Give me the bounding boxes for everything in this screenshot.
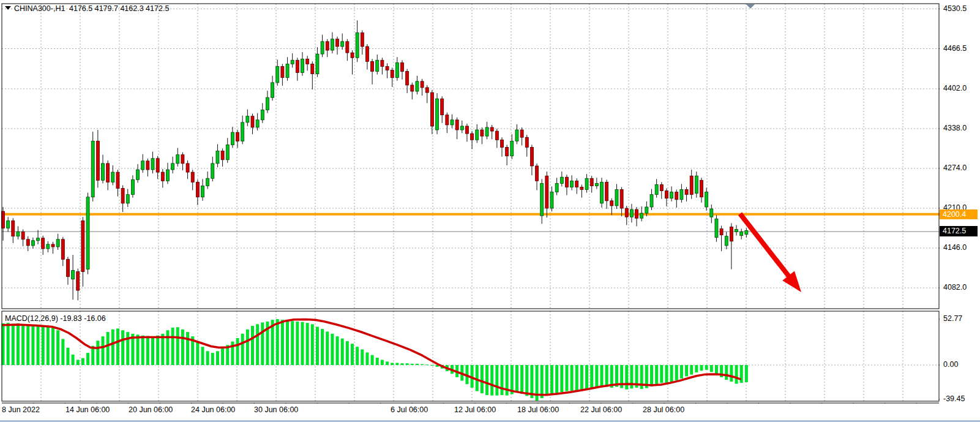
current-price-badge-text: 4172.5: [943, 227, 966, 235]
time-axis-label: 24 Jun 06:00: [191, 405, 235, 414]
chart-title-ohlc: 4176.5 4179.7 4162.3 4172.5: [69, 4, 169, 13]
chart-shift-marker-icon[interactable]: [746, 4, 755, 9]
trading-chart-window: CHINA300-,H1 4176.5 4179.7 4162.3 4172.5…: [0, 0, 980, 422]
level-price-badge-text: 4200.4: [943, 210, 966, 219]
price-axis-label: 4530.5: [943, 4, 967, 13]
macd-histogram: [2, 319, 748, 401]
macd-axis-label: 52.77: [943, 314, 962, 323]
main-panel-border: [2, 4, 939, 309]
time-axis-label: 20 Jun 06:00: [129, 405, 173, 414]
chart-collapse-triangle-icon[interactable]: [5, 6, 11, 10]
time-axis-label: 30 Jun 06:00: [254, 405, 298, 414]
chart-title-symbol: CHINA300-,H1: [14, 4, 65, 13]
time-axis-label: 18 Jul 06:00: [517, 405, 559, 414]
price-axis-label: 4466.5: [943, 44, 967, 53]
time-axis-label: 6 Jul 06:00: [391, 405, 428, 414]
chart-canvas[interactable]: CHINA300-,H1 4176.5 4179.7 4162.3 4172.5…: [0, 0, 980, 422]
trend-arrow: [740, 214, 801, 292]
candlestick-series: [2, 20, 748, 300]
level-lines-layer: [2, 214, 980, 232]
price-axis-label: 4082.0: [943, 283, 967, 292]
macd-axis-label: 0.00: [943, 360, 958, 369]
time-axis-label: 14 Jun 06:00: [65, 405, 110, 414]
macd-axis-label: -39.45: [943, 394, 965, 403]
macd-indicator-label: MACD(12,26,9) -19.83 -16.06: [5, 314, 106, 323]
time-axis-label: 12 Jul 06:00: [454, 405, 496, 414]
price-axis-label: 4338.0: [943, 124, 967, 132]
time-axis-label: 28 Jul 06:00: [643, 405, 684, 414]
price-axis-label: 4402.0: [943, 84, 967, 92]
time-axis-label: 8 Jun 2022: [2, 405, 40, 414]
price-axis-label: 4146.0: [943, 243, 967, 252]
price-axis-label: 4274.0: [943, 164, 967, 172]
axis-ticks-layer: [34, 9, 942, 405]
time-axis-label: 22 Jul 06:00: [580, 405, 622, 414]
